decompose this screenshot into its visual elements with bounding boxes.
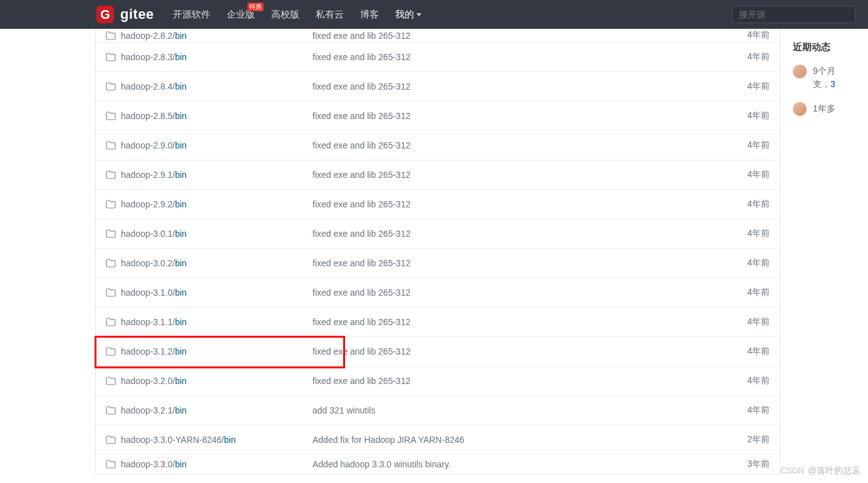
file-name-cell[interactable]: hadoop-2.8.5/bin — [106, 111, 313, 121]
folder-icon — [106, 347, 116, 356]
gitee-logo-icon: G — [96, 6, 114, 23]
commit-message[interactable]: fixed exe and lib 265-312 — [313, 317, 732, 327]
chevron-down-icon — [416, 13, 421, 16]
activity-item: 9个月支，3 — [793, 65, 868, 91]
activity-sidebar: 近期动态 9个月支，31年多 — [793, 29, 868, 474]
file-name[interactable]: hadoop-2.8.2/bin — [121, 31, 187, 41]
file-name-cell[interactable]: hadoop-3.1.2/bin — [106, 346, 313, 356]
commit-message[interactable]: Added hadoop 3.3.0 winutils binary. — [313, 459, 732, 469]
file-name-cell[interactable]: hadoop-3.1.0/bin — [106, 288, 313, 298]
table-row: hadoop-3.0.2/binfixed exe and lib 265-31… — [96, 249, 780, 278]
avatar[interactable] — [793, 65, 807, 78]
commit-message[interactable]: fixed exe and lib 265-312 — [313, 199, 732, 209]
file-name[interactable]: hadoop-3.0.1/bin — [121, 229, 187, 239]
file-name-cell[interactable]: hadoop-2.9.2/bin — [106, 199, 313, 209]
nav-item[interactable]: 企业版特惠 — [227, 9, 255, 21]
commit-message[interactable]: fixed exe and lib 265-312 — [313, 229, 732, 239]
file-name-cell[interactable]: hadoop-3.0.2/bin — [106, 258, 313, 268]
sidebar-title: 近期动态 — [793, 41, 868, 53]
file-name[interactable]: hadoop-3.1.0/bin — [121, 288, 187, 298]
activity-item: 1年多 — [793, 102, 868, 116]
table-row: hadoop-3.1.1/binfixed exe and lib 265-31… — [96, 308, 780, 337]
file-name-cell[interactable]: hadoop-3.0.1/bin — [106, 229, 313, 239]
commit-time: 4年前 — [732, 110, 770, 122]
commit-message[interactable]: fixed exe and lib 265-312 — [313, 346, 732, 356]
file-name[interactable]: hadoop-3.3.0-YARN-8246/bin — [121, 435, 235, 445]
gitee-logo-text: gitee — [120, 6, 154, 23]
commit-time: 4年前 — [732, 257, 770, 269]
file-name[interactable]: hadoop-3.1.2/bin — [121, 346, 187, 356]
folder-icon — [106, 170, 116, 179]
file-name-cell[interactable]: hadoop-2.8.2/bin — [106, 31, 313, 41]
table-row: hadoop-3.3.0/binAdded hadoop 3.3.0 winut… — [96, 455, 780, 474]
promo-badge: 特惠 — [247, 3, 264, 11]
folder-icon — [106, 318, 116, 326]
file-name[interactable]: hadoop-2.9.1/bin — [121, 170, 187, 180]
nav-item[interactable]: 高校版 — [271, 9, 299, 21]
file-name-cell[interactable]: hadoop-2.8.3/bin — [106, 52, 313, 62]
commit-message[interactable]: fixed exe and lib 265-312 — [313, 376, 732, 386]
commit-time: 4年前 — [732, 29, 770, 41]
nav-item[interactable]: 博客 — [360, 9, 379, 21]
file-name-cell[interactable]: hadoop-3.2.1/bin — [106, 405, 313, 415]
file-name-cell[interactable]: hadoop-3.3.0-YARN-8246/bin — [106, 435, 313, 445]
commit-message[interactable]: fixed exe and lib 265-312 — [313, 31, 732, 41]
folder-icon — [106, 229, 116, 238]
file-name[interactable]: hadoop-3.3.0/bin — [121, 459, 187, 469]
folder-icon — [106, 259, 116, 267]
file-name[interactable]: hadoop-3.2.1/bin — [121, 405, 187, 415]
commit-message[interactable]: fixed exe and lib 265-312 — [313, 288, 732, 298]
commit-message[interactable]: fixed exe and lib 265-312 — [313, 81, 732, 91]
commit-time: 4年前 — [732, 140, 770, 151]
file-name-cell[interactable]: hadoop-2.8.4/bin — [106, 81, 313, 91]
commit-message[interactable]: fixed exe and lib 265-312 — [313, 52, 732, 62]
nav-item[interactable]: 我的 — [395, 9, 421, 21]
file-name[interactable]: hadoop-2.8.5/bin — [121, 111, 187, 121]
table-row: hadoop-3.1.0/binfixed exe and lib 265-31… — [96, 278, 780, 308]
table-row: hadoop-3.1.2/binfixed exe and lib 265-31… — [96, 337, 780, 366]
file-name-cell[interactable]: hadoop-2.9.1/bin — [106, 170, 313, 180]
file-name-cell[interactable]: hadoop-3.3.0/bin — [106, 459, 313, 469]
table-row: hadoop-2.8.5/binfixed exe and lib 265-31… — [96, 101, 780, 131]
file-name-cell[interactable]: hadoop-2.9.0/bin — [106, 140, 313, 150]
commit-message[interactable]: Added fix for Hadoop JIRA YARN-8246 — [313, 435, 732, 445]
commit-time: 4年前 — [732, 199, 770, 210]
commit-message[interactable]: fixed exe and lib 265-312 — [313, 111, 732, 121]
activity-text: 9个月支，3 — [813, 65, 835, 91]
file-list: hadoop-2.8.2/binfixed exe and lib 265-31… — [95, 29, 780, 474]
commit-time: 2年前 — [732, 434, 770, 445]
site-logo[interactable]: G gitee — [96, 6, 154, 23]
header-bar: G gitee 开源软件企业版特惠高校版私有云博客我的 — [0, 0, 868, 29]
file-name[interactable]: hadoop-2.8.4/bin — [121, 81, 187, 91]
file-name[interactable]: hadoop-2.8.3/bin — [121, 52, 187, 62]
file-name[interactable]: hadoop-2.9.0/bin — [121, 140, 187, 150]
avatar[interactable] — [793, 102, 807, 116]
file-name[interactable]: hadoop-3.0.2/bin — [121, 258, 187, 268]
table-row: hadoop-3.3.0-YARN-8246/binAdded fix for … — [96, 425, 780, 455]
file-name-cell[interactable]: hadoop-3.2.0/bin — [106, 376, 313, 386]
nav-item[interactable]: 私有云 — [316, 9, 344, 21]
folder-icon — [106, 82, 116, 91]
folder-icon — [106, 200, 116, 209]
folder-icon — [106, 435, 116, 444]
file-name-cell[interactable]: hadoop-3.1.1/bin — [106, 317, 313, 327]
file-name[interactable]: hadoop-3.2.0/bin — [121, 376, 187, 386]
file-name[interactable]: hadoop-2.9.2/bin — [121, 199, 187, 209]
table-row: hadoop-2.9.0/binfixed exe and lib 265-31… — [96, 131, 780, 160]
table-row: hadoop-3.2.0/binfixed exe and lib 265-31… — [96, 366, 780, 396]
file-name[interactable]: hadoop-3.1.1/bin — [121, 317, 187, 327]
folder-icon — [106, 31, 116, 40]
commit-message[interactable]: fixed exe and lib 265-312 — [313, 258, 732, 268]
table-row: hadoop-2.9.1/binfixed exe and lib 265-31… — [96, 160, 780, 190]
commit-time: 4年前 — [732, 375, 770, 387]
search-input[interactable] — [732, 6, 855, 23]
nav-item[interactable]: 开源软件 — [173, 9, 210, 21]
commit-message[interactable]: fixed exe and lib 265-312 — [313, 170, 732, 180]
commit-message[interactable]: add 321 winutils — [313, 405, 732, 415]
commit-time: 4年前 — [732, 51, 770, 63]
commit-time: 3年前 — [732, 459, 770, 470]
folder-icon — [106, 141, 116, 150]
commit-message[interactable]: fixed exe and lib 265-312 — [313, 140, 732, 150]
table-row: hadoop-2.9.2/binfixed exe and lib 265-31… — [96, 190, 780, 219]
commit-time: 4年前 — [732, 81, 770, 92]
